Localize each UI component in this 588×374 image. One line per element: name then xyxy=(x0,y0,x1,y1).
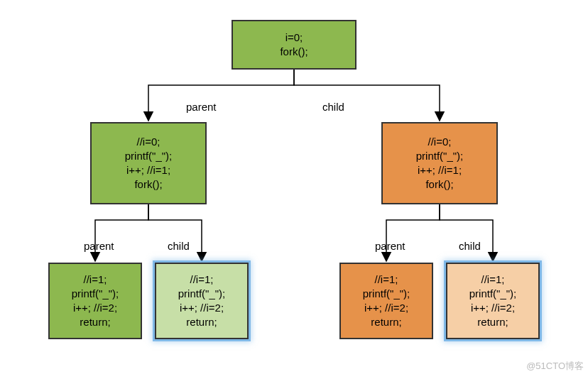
node-leaf-ll: //i=1; printf("_"); i++; //i=2; return; xyxy=(48,263,142,339)
node-left-mid: //i=0; printf("_"); i++; //i=1; fork(); xyxy=(90,122,207,204)
edge-left-child: child xyxy=(168,240,190,252)
node-leaf-rl: //i=1; printf("_"); i++; //i=2; return; xyxy=(339,263,433,339)
watermark: @51CTO博客 xyxy=(526,360,584,373)
edge-right-parent: parent xyxy=(375,240,405,252)
node-right-mid: //i=0; printf("_"); i++; //i=1; fork(); xyxy=(381,122,498,204)
edge-root-child: child xyxy=(322,101,344,113)
node-leaf-lr: //i=1; printf("_"); i++; //i=2; return; xyxy=(155,263,249,339)
edge-root-parent: parent xyxy=(186,101,217,113)
node-root: i=0; fork(); xyxy=(232,20,356,70)
edge-left-parent: parent xyxy=(84,240,114,252)
edge-right-child: child xyxy=(459,240,481,252)
node-leaf-rr: //i=1; printf("_"); i++; //i=2; return; xyxy=(446,263,540,339)
